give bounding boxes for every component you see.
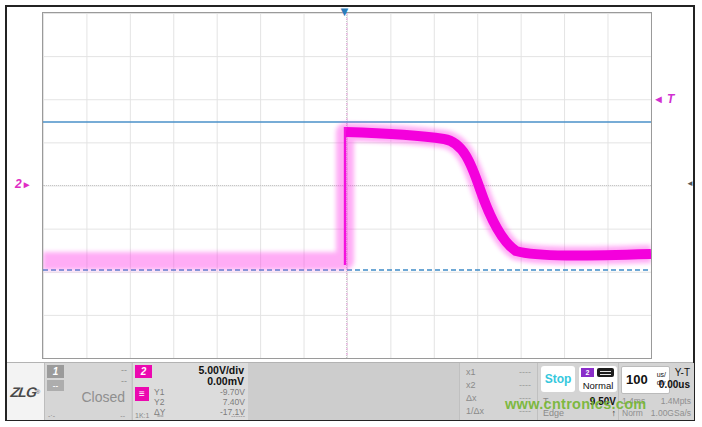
trigger-mode-label: Normal <box>579 380 617 391</box>
display-mode-label: Y-T <box>675 367 690 378</box>
trigger-level-label: T <box>667 92 674 106</box>
ch2-y1-label: Y1 <box>154 387 164 397</box>
timebase-value: 100 <box>626 372 648 387</box>
cursor-inv-dx-label: 1/Δx <box>466 406 484 416</box>
ch2-ground-arrow-icon: ► <box>22 179 32 190</box>
cursor-x2-label: x2 <box>466 380 476 390</box>
cursor-x1-label: x1 <box>466 367 476 377</box>
ch2-foot-glyphs: ≈≈ <box>157 413 164 419</box>
ch1-value-1: -- <box>121 365 127 375</box>
brand-logo-reg: ® <box>36 389 40 395</box>
sample-rate: 1.00GSa/s <box>651 408 691 418</box>
ch2-y2-label: Y2 <box>154 397 164 407</box>
run-state-button[interactable]: Stop <box>541 366 575 392</box>
ch2-cursor-row-y1: Y1 -9.70V <box>154 387 245 397</box>
waveform-plot <box>43 13 651 358</box>
memory-depth: 1.4Mpts <box>661 396 691 406</box>
ch1-foot-dashes: -- <box>120 412 125 419</box>
ch1-panel[interactable]: 1 -- -- -- Closed -·- -- <box>45 363 131 420</box>
ch2-ground-marker[interactable]: 2► <box>15 177 32 191</box>
cursor-x1-value: ---- <box>519 367 531 377</box>
brand-logo-text: ZLG <box>10 384 37 400</box>
ch2-panel[interactable]: 2 5.00V/div 0.00mV ≡ Y1 -9.70V Y2 7.40V … <box>132 363 248 420</box>
scope-screen-frame: ▼ 2► ◄ T ◄ ZLG® 1 -- -- -- Closed -·- --… <box>5 5 695 421</box>
trigger-level-arrow-icon: ◄ <box>653 93 664 105</box>
trigger-coupling-icon <box>597 368 614 377</box>
ch1-value-2: -- <box>121 376 127 386</box>
brand-logo: ZLG® <box>7 363 45 420</box>
ch2-trace-high <box>346 132 651 256</box>
trigger-delay-value: 0.00us <box>659 379 690 390</box>
ch2-y2-value: 7.40V <box>223 397 245 407</box>
cursor-x2-value: ---- <box>519 380 531 390</box>
ch2-foot-dashes: ------ <box>231 412 245 419</box>
trigger-source-badge: 2 <box>581 368 594 377</box>
ch2-cursor-icon: ≡ <box>135 387 149 401</box>
ch2-offset: 0.00mV <box>207 375 244 387</box>
ch2-y1-value: -9.70V <box>220 387 245 397</box>
ch1-state-label: Closed <box>81 389 125 405</box>
ch2-ground-label: 2 <box>15 177 22 191</box>
panel-collapse-icon[interactable]: ◄ <box>686 179 694 188</box>
cursor-dx-label: Δx <box>466 393 477 403</box>
ch1-badge[interactable]: 1 <box>47 365 64 378</box>
ch2-badge[interactable]: 2 <box>135 365 152 378</box>
ch1-sub-badge: -- <box>47 380 64 391</box>
watermark: www.cntronics.com <box>505 396 647 412</box>
trigger-position-icon[interactable]: ▼ <box>338 4 351 19</box>
trigger-level-marker[interactable]: ◄ T <box>653 92 674 106</box>
ch2-probe-ratio: 1K:1 <box>135 412 149 419</box>
oscilloscope-screenshot: { "colors": { "trace": "#f400dc", "ch2_a… <box>0 0 702 427</box>
ch2-cursor-row-y2: Y2 7.40V <box>154 397 245 407</box>
ch2-trace-halo <box>43 132 651 261</box>
trigger-source-button[interactable]: 2 Normal <box>579 366 617 392</box>
ch1-foot-marks: -·- <box>48 412 55 419</box>
graticule <box>42 12 652 359</box>
